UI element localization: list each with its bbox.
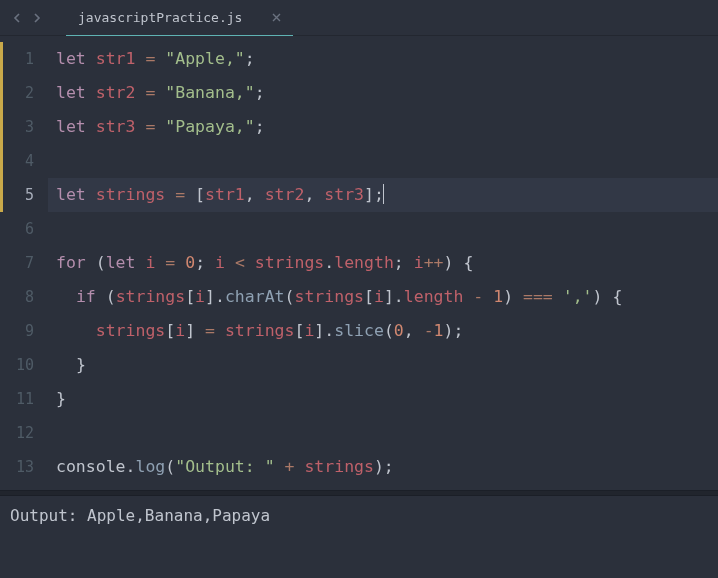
text-cursor bbox=[383, 184, 384, 204]
code-line[interactable]: let str3 = "Papaya,"; bbox=[48, 110, 718, 144]
chevron-right-icon bbox=[32, 13, 42, 23]
line-number: 12 bbox=[0, 416, 48, 450]
console-output-panel: Output: Apple,Banana,Papaya bbox=[0, 496, 718, 578]
code-line[interactable]: } bbox=[48, 348, 718, 382]
code-area[interactable]: let str1 = "Apple,";let str2 = "Banana,"… bbox=[48, 36, 718, 484]
code-line[interactable]: let strings = [str1, str2, str3]; bbox=[48, 178, 718, 212]
console-output-line: Output: Apple,Banana,Papaya bbox=[10, 506, 270, 525]
code-editor[interactable]: 12345678910111213 let str1 = "Apple,";le… bbox=[0, 36, 718, 484]
tab-title: javascriptPractice.js bbox=[78, 10, 242, 25]
nav-back-button[interactable] bbox=[8, 2, 26, 34]
line-number: 6 bbox=[0, 212, 48, 246]
code-line[interactable] bbox=[48, 416, 718, 450]
code-line[interactable]: let str1 = "Apple,"; bbox=[48, 42, 718, 76]
line-number: 5 bbox=[0, 178, 48, 212]
code-line[interactable] bbox=[48, 212, 718, 246]
code-line[interactable]: for (let i = 0; i < strings.length; i++)… bbox=[48, 246, 718, 280]
code-line[interactable]: let str2 = "Banana,"; bbox=[48, 76, 718, 110]
line-number: 10 bbox=[0, 348, 48, 382]
code-line[interactable]: if (strings[i].charAt(strings[i].length … bbox=[48, 280, 718, 314]
line-number-gutter: 12345678910111213 bbox=[0, 36, 48, 484]
tab-bar: javascriptPractice.js bbox=[0, 0, 718, 36]
line-number: 4 bbox=[0, 144, 48, 178]
line-number: 1 bbox=[0, 42, 48, 76]
code-line[interactable]: strings[i] = strings[i].slice(0, -1); bbox=[48, 314, 718, 348]
code-line[interactable]: console.log("Output: " + strings); bbox=[48, 450, 718, 484]
line-number: 11 bbox=[0, 382, 48, 416]
chevron-left-icon bbox=[12, 13, 22, 23]
line-number: 9 bbox=[0, 314, 48, 348]
line-number: 3 bbox=[0, 110, 48, 144]
file-tab-active[interactable]: javascriptPractice.js bbox=[66, 0, 293, 36]
close-icon bbox=[272, 13, 281, 22]
line-number: 2 bbox=[0, 76, 48, 110]
line-number: 7 bbox=[0, 246, 48, 280]
line-number: 13 bbox=[0, 450, 48, 484]
tab-close-button[interactable] bbox=[272, 10, 281, 25]
line-number: 8 bbox=[0, 280, 48, 314]
code-line[interactable]: } bbox=[48, 382, 718, 416]
nav-forward-button[interactable] bbox=[28, 2, 46, 34]
code-line[interactable] bbox=[48, 144, 718, 178]
modified-indicator bbox=[0, 42, 3, 212]
